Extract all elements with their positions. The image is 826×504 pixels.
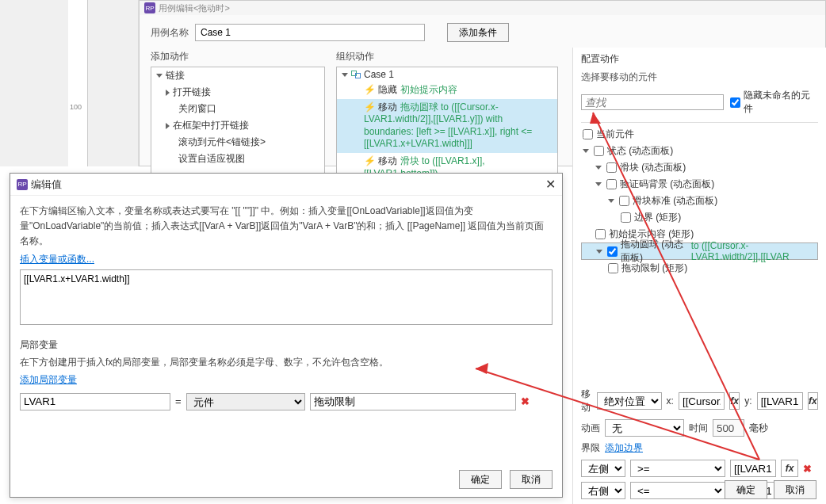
chevron-down-icon <box>595 182 602 186</box>
bolt-icon: ⚡ <box>364 101 376 113</box>
local-var-hint: 在下方创建用于插入fx的局部变量，局部变量名称必须是字母、数字，不允许包含空格。 <box>20 355 553 370</box>
tree-item[interactable]: 设置自适应视图 <box>178 152 245 166</box>
bolt-icon: ⚡ <box>364 155 376 166</box>
widget-row[interactable]: 拖动限制 (矩形) <box>581 260 818 277</box>
chevron-down-icon <box>342 73 348 77</box>
y-label: y: <box>744 395 751 407</box>
ok-button[interactable]: 确定 <box>725 480 767 499</box>
y-input[interactable] <box>757 392 803 410</box>
add-action-header: 添加动作 <box>151 50 325 63</box>
configure-header: 配置动作 <box>581 52 818 66</box>
chevron-down-icon <box>156 74 163 78</box>
action-row-selected[interactable]: ⚡ 移动 拖动圆球 to ([[Cursor.x-LVAR1.width/2]]… <box>337 99 557 153</box>
search-input[interactable] <box>581 94 724 110</box>
hint-text: 在下方编辑区输入文本，变量名称或表达式要写在 "[[ ""]]" 中。例如：插入… <box>20 204 553 250</box>
ruler-tick: 100 <box>70 103 82 111</box>
move-label: 移动 <box>581 388 592 414</box>
anim-label: 动画 <box>581 422 600 435</box>
dialog-title: 编辑值 <box>31 178 545 192</box>
ruler-vertical: 100 <box>68 0 88 166</box>
app-badge: RP <box>144 2 155 13</box>
widget-row[interactable]: 边界 (矩形) <box>581 209 818 226</box>
insert-var-link[interactable]: 插入变量或函数... <box>20 254 94 265</box>
case-name-input[interactable] <box>195 24 425 41</box>
organize-action-header: 组织动作 <box>336 50 558 63</box>
x-input[interactable] <box>679 392 725 410</box>
ok-button[interactable]: 确定 <box>459 470 502 489</box>
app-badge: RP <box>17 179 28 190</box>
dialog-title: 用例编辑<拖动时> <box>159 2 230 14</box>
hide-unnamed-checkbox[interactable]: 隐藏未命名的元件 <box>728 87 818 117</box>
tree-item[interactable]: 关闭窗口 <box>178 102 216 116</box>
fx-button-y[interactable]: fx <box>808 392 818 410</box>
cancel-button[interactable]: 取消 <box>510 470 553 489</box>
remove-local-var-icon[interactable]: ✖ <box>521 395 530 407</box>
time-label: 时间 <box>689 422 708 435</box>
org-case[interactable]: Case 1 <box>364 69 394 80</box>
add-action-tree[interactable]: 链接 打开链接 关闭窗口 在框架中打开链接 滚动到元件<锚链接> 设置自适应视图 <box>151 67 325 174</box>
local-var-name-input[interactable] <box>20 393 170 410</box>
widget-row-selected[interactable]: 拖动圆球 (动态面板) to ([[Cursor.x-LVAR1.width/2… <box>581 242 818 260</box>
case-name-label: 用例名称 <box>151 26 189 40</box>
widget-row[interactable]: 当前元件 <box>581 126 818 143</box>
widget-row[interactable]: 滑块标准 (动态面板) <box>581 193 818 209</box>
widget-row[interactable]: 验证码背景 (动态面板) <box>581 176 818 193</box>
configure-action-panel: 配置动作 选择要移动的元件 隐藏未命名的元件 当前元件 状态 (动态面板) 滑块… <box>572 48 826 504</box>
bound-side-select[interactable]: 右侧 <box>581 482 625 499</box>
case-icon <box>351 71 361 78</box>
anim-select[interactable]: 无 <box>605 419 684 437</box>
action-row[interactable]: ⚡ 移动 滑块 to ([[LVAR1.x]],[[LVAR1.bottom]]… <box>337 153 557 174</box>
local-var-header: 局部变量 <box>20 338 553 352</box>
tree-item[interactable]: 滚动到元件<锚链接> <box>178 136 266 149</box>
add-bounds-link[interactable]: 添加边界 <box>605 441 643 455</box>
fx-button-bound1[interactable]: fx <box>781 460 798 477</box>
bound-side-select[interactable]: 左侧 <box>581 460 625 477</box>
bounds-label: 界限 <box>581 441 600 455</box>
widget-row[interactable]: 状态 (动态面板) <box>581 143 818 159</box>
chevron-down-icon <box>608 199 614 203</box>
organize-action-tree[interactable]: Case 1 ⚡ 隐藏 初始提示内容 ⚡ 移动 拖动圆球 to ([[Curso… <box>336 67 558 174</box>
select-widget-label: 选择要移动的元件 <box>581 71 818 84</box>
remove-bound-icon[interactable]: ✖ <box>803 463 812 475</box>
fx-button-x[interactable]: fx <box>729 392 740 410</box>
time-input[interactable] <box>713 419 744 437</box>
chevron-right-icon <box>166 90 170 96</box>
equals-sign: = <box>175 395 182 407</box>
edit-value-dialog: RP 编辑值 ✕ 在下方编辑区输入文本，变量名称或表达式要写在 "[[ ""]]… <box>10 173 563 498</box>
add-condition-button[interactable]: 添加条件 <box>447 23 509 42</box>
chevron-down-icon <box>596 250 602 254</box>
local-var-type-select[interactable]: 元件 <box>186 393 305 410</box>
bolt-icon: ⚡ <box>364 84 376 95</box>
expression-input[interactable]: [[LVAR1.x+LVAR1.width]] <box>20 269 553 325</box>
x-label: x: <box>667 395 674 407</box>
bound-op-select[interactable]: >= <box>630 460 725 477</box>
dialog-titlebar: RP 用例编辑<拖动时> <box>140 1 825 15</box>
close-icon[interactable]: ✕ <box>545 177 556 192</box>
tree-item[interactable]: 打开链接 <box>173 86 211 99</box>
chevron-right-icon <box>166 123 170 129</box>
local-var-value-input[interactable] <box>310 393 516 410</box>
bound-value-input[interactable] <box>730 460 776 477</box>
bound-op-select[interactable]: <= <box>630 482 725 499</box>
widget-row[interactable]: 滑块 (动态面板) <box>581 159 818 176</box>
chevron-down-icon <box>595 166 602 170</box>
time-unit: 毫秒 <box>749 422 768 435</box>
tree-root-links[interactable]: 链接 <box>166 69 185 82</box>
tree-item[interactable]: 在框架中打开链接 <box>173 119 249 132</box>
add-local-var-link[interactable]: 添加局部变量 <box>20 374 77 385</box>
cancel-button[interactable]: 取消 <box>774 480 816 499</box>
chevron-down-icon <box>583 149 589 153</box>
action-row[interactable]: ⚡ 隐藏 初始提示内容 <box>337 82 557 99</box>
move-type-select[interactable]: 绝对位置 <box>597 392 662 410</box>
